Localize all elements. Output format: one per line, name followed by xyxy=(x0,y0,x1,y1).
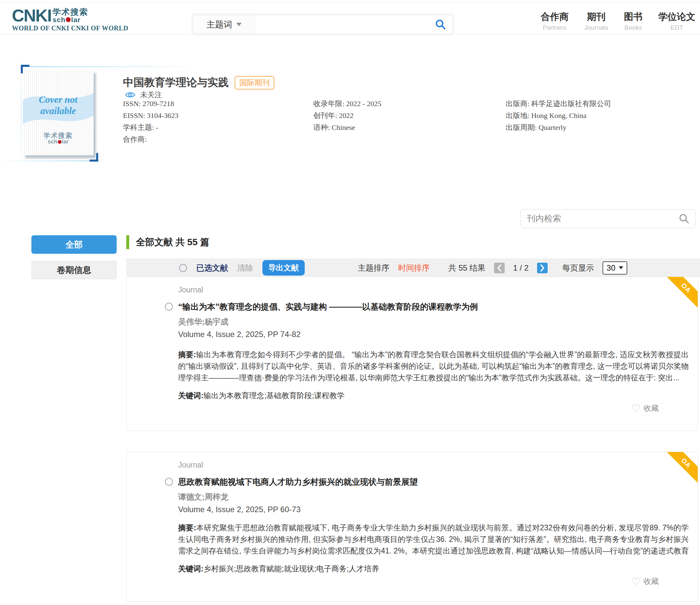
results-toolbar: 已选文献 清除 导出文献 主题排序 时间排序 共 55 结果 1 / 2 xyxy=(126,258,700,277)
journal-place: 出版地: Hong Kong, China xyxy=(506,110,611,122)
cover-red-dot-icon xyxy=(58,140,61,144)
in-journal-search-input[interactable] xyxy=(527,213,679,224)
article-type-label: Journal xyxy=(178,285,203,295)
per-page-label: 每页显示 xyxy=(562,263,594,273)
chevron-right-icon xyxy=(540,264,545,272)
article-type-label: Journal xyxy=(178,461,203,470)
article-abstract: 摘要:输出为本教育理念如今得到不少学者的提倡。 “输出为本”的教育理念契合联合国… xyxy=(178,349,689,384)
oa-badge: OA xyxy=(665,452,698,485)
search-input[interactable] xyxy=(255,15,429,34)
nav-partners[interactable]: 合作商 Partners xyxy=(541,11,569,31)
article-select-radio[interactable] xyxy=(165,478,173,486)
results-total: 共 55 结果 xyxy=(449,263,485,273)
page-indicator: 1 / 2 xyxy=(513,263,529,273)
decor-line xyxy=(0,160,99,161)
heart-icon: ♡ xyxy=(631,404,640,413)
global-search-bar: 主题词 xyxy=(193,15,453,34)
prev-page-button[interactable] xyxy=(494,263,505,273)
journal-frequency: 出版周期: Quarterly xyxy=(506,122,611,133)
results-heading: 全部文献 共 55 篇 xyxy=(136,236,209,249)
per-page-select[interactable]: 30 xyxy=(602,261,627,275)
top-navigation: 合作商 Partners 期刊 Journals 图书 Books 学位论文 E… xyxy=(541,11,695,31)
sidebar-item-volume-info[interactable]: 卷期信息 xyxy=(31,261,117,279)
logo-cn-title: 学术搜索 xyxy=(53,7,88,16)
logo-tagline: WORLD OF CNKI CNKI OF WORLD xyxy=(12,24,128,32)
journal-cover: Cover not available 学术搜索 schlar xyxy=(23,70,94,155)
article-select-radio[interactable] xyxy=(165,303,173,310)
chevron-down-icon xyxy=(236,23,242,26)
article-keywords: 关键词:乡村振兴;思政教育赋能;就业现状;电子商务;人才培养 xyxy=(178,564,689,574)
favorite-button[interactable]: ♡ 收藏 xyxy=(631,403,659,413)
nav-edt[interactable]: 学位论文 EDT xyxy=(658,11,695,31)
journal-founded-year: 创刊年: 2022 xyxy=(313,110,381,122)
search-field-label: 主题词 xyxy=(206,19,232,30)
logo-red-dot-icon xyxy=(66,17,71,22)
sort-by-time[interactable]: 时间排序 xyxy=(398,263,430,273)
cnki-logo[interactable]: CNKI 学术搜索 schlar WORLD OF CNKI CNKI OF W… xyxy=(12,7,128,32)
export-docs-button[interactable]: 导出文献 xyxy=(262,260,305,276)
article-authors[interactable]: 吴伟华;杨宇成 xyxy=(178,317,228,327)
journal-language: 语种: Chinese xyxy=(313,122,381,133)
journal-publisher: 出版商: 科学足迹出版社有限公司 xyxy=(506,98,611,110)
sort-by-topic[interactable]: 主题排序 xyxy=(358,263,390,273)
article-source: Volume 4, Issue 2, 2025, PP 60-73 xyxy=(178,505,300,514)
article-card: OA Journal 思政教育赋能视域下电商人才助力乡村振兴的就业现状与前景展望… xyxy=(126,452,698,602)
heart-icon: ♡ xyxy=(631,577,640,586)
results-area: 全部文献 共 55 篇 已选文献 清除 导出文献 主题排序 时间排序 共 55 … xyxy=(126,235,700,605)
favorite-label: 收藏 xyxy=(644,576,659,586)
chevron-left-icon xyxy=(497,264,502,272)
oa-badge: OA xyxy=(665,277,698,310)
header: CNKI 学术搜索 schlar WORLD OF CNKI CNKI OF W… xyxy=(0,3,700,34)
article-keywords: 关键词:输出为本教育理念;基础教育阶段;课程教学 xyxy=(178,390,689,401)
clear-selection-button[interactable]: 清除 xyxy=(237,263,253,273)
in-journal-search-box xyxy=(521,209,696,228)
decor-line xyxy=(21,67,199,67)
journal-info-col2: 收录年限: 2022 - 2025 创刊年: 2022 语种: Chinese xyxy=(313,98,381,133)
journal-info-col3: 出版商: 科学足迹出版社有限公司 出版地: Hong Kong, China 出… xyxy=(506,98,611,133)
nav-books[interactable]: 图书 Books xyxy=(624,11,643,31)
sidebar-item-all[interactable]: 全部 xyxy=(31,235,117,254)
article-title-link[interactable]: “输出为本”教育理念的提倡、实践与建构 ————以基础教育阶段的课程教学为例 xyxy=(178,301,657,312)
journal-partner: 合作商: xyxy=(123,133,178,145)
selected-docs-label[interactable]: 已选文献 xyxy=(196,263,228,273)
journal-title: 中国教育学理论与实践 xyxy=(123,75,229,90)
journal-subject: 学科主题: - xyxy=(123,122,178,133)
search-button[interactable] xyxy=(429,15,452,34)
journal-issn: ISSN: 2709-7218 xyxy=(123,98,178,110)
heading-accent-bar xyxy=(126,235,129,249)
article-abstract: 摘要:本研究聚焦于思想政治教育赋能视域下, 电子商务专业大学生助力乡村振兴的就业… xyxy=(178,522,689,557)
logo-cnki-text: CNKI xyxy=(12,7,51,23)
journal-eissn: EISSN: 3104-3623 xyxy=(123,110,178,122)
chevron-down-icon xyxy=(619,266,623,269)
article-source: Volume 4, Issue 2, 2025, PP 74-82 xyxy=(178,330,300,339)
cover-not-available-text: Cover not available xyxy=(23,94,94,116)
article-title-link[interactable]: 思政教育赋能视域下电商人才助力乡村振兴的就业现状与前景展望 xyxy=(178,476,657,487)
cover-scholar-logo: 学术搜索 schlar xyxy=(23,132,94,145)
search-icon[interactable] xyxy=(679,213,690,224)
nav-journals[interactable]: 期刊 Journals xyxy=(584,11,608,31)
search-icon xyxy=(435,19,446,30)
favorite-label: 收藏 xyxy=(644,403,659,413)
favorite-button[interactable]: ♡ 收藏 xyxy=(631,576,659,586)
article-authors[interactable]: 谭德文;周梓龙 xyxy=(178,491,228,502)
next-page-button[interactable] xyxy=(537,263,548,273)
international-journal-badge: 国际期刊 xyxy=(235,76,274,90)
journal-index-years: 收录年限: 2022 - 2025 xyxy=(313,98,381,110)
select-all-radio[interactable] xyxy=(179,264,187,272)
article-card: OA Journal “输出为本”教育理念的提倡、实践与建构 ————以基础教育… xyxy=(126,277,698,431)
logo-scholar-text: schlar xyxy=(53,16,88,23)
page: CNKI 学术搜索 schlar WORLD OF CNKI CNKI OF W… xyxy=(0,0,700,605)
search-field-select[interactable]: 主题词 xyxy=(193,15,255,34)
journal-info-col1: ISSN: 2709-7218 EISSN: 3104-3623 学科主题: -… xyxy=(123,98,178,145)
